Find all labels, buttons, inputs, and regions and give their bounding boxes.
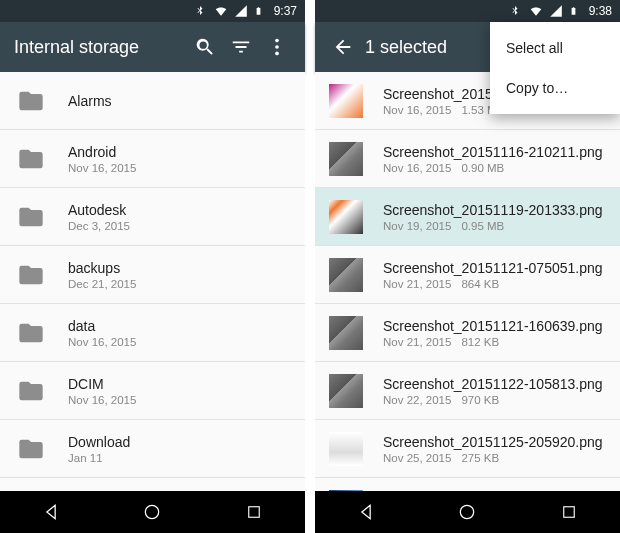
folder-row[interactable]: ExpensifyDec 23, 2015 — [0, 478, 305, 491]
file-row[interactable]: Screenshot_20151130-091810.pngNov 30, 20… — [315, 478, 620, 491]
svg-point-3 — [146, 505, 159, 518]
file-row[interactable]: Screenshot_20151121-160639.pngNov 21, 20… — [315, 304, 620, 362]
file-name: Screenshot_20151119-201333.png — [383, 202, 606, 218]
folder-icon — [14, 258, 48, 292]
file-thumbnail — [329, 258, 363, 292]
folder-row[interactable]: DCIMNov 16, 2015 — [0, 362, 305, 420]
file-thumbnail — [329, 84, 363, 118]
overflow-menu-button[interactable] — [259, 29, 295, 65]
svg-point-0 — [275, 39, 279, 43]
file-thumbnail — [329, 316, 363, 350]
file-thumbnail — [329, 142, 363, 176]
svg-point-2 — [275, 52, 279, 56]
folder-date: Nov 16, 2015 — [68, 336, 291, 348]
folder-name: Android — [68, 144, 291, 160]
bluetooth-icon — [509, 4, 523, 18]
folder-icon — [14, 374, 48, 408]
bluetooth-icon — [194, 4, 208, 18]
folder-icon — [14, 84, 48, 118]
folder-list: AlarmsAndroidNov 16, 2015AutodeskDec 3, … — [0, 72, 305, 491]
status-bar: 9:38 — [315, 0, 620, 22]
folder-name: DCIM — [68, 376, 291, 392]
wifi-icon — [214, 4, 228, 18]
wifi-icon — [529, 4, 543, 18]
search-button[interactable] — [187, 29, 223, 65]
nav-back-button[interactable] — [41, 502, 61, 522]
file-meta: Nov 21, 2015812 KB — [383, 336, 606, 348]
folder-date: Jan 11 — [68, 452, 291, 464]
svg-rect-6 — [564, 507, 575, 518]
navigation-bar — [0, 491, 305, 533]
folder-row[interactable]: AndroidNov 16, 2015 — [0, 130, 305, 188]
folder-icon — [14, 316, 48, 350]
svg-rect-4 — [249, 507, 260, 518]
file-meta: Nov 16, 20150.90 MB — [383, 162, 606, 174]
back-arrow-button[interactable] — [325, 29, 361, 65]
signal-icon — [234, 4, 248, 18]
status-time: 9:38 — [589, 4, 612, 18]
folder-row[interactable]: Alarms — [0, 72, 305, 130]
file-name: Screenshot_20151122-105813.png — [383, 376, 606, 392]
nav-back-button[interactable] — [356, 502, 376, 522]
file-row[interactable]: Screenshot_20151116-210211.pngNov 16, 20… — [315, 130, 620, 188]
nav-home-button[interactable] — [142, 502, 162, 522]
folder-icon — [14, 142, 48, 176]
folder-name: Autodesk — [68, 202, 291, 218]
phone-left: 9:37 Internal storage AlarmsAndroidNov 1… — [0, 0, 305, 533]
file-name: Screenshot_20151116-210211.png — [383, 144, 606, 160]
file-thumbnail — [329, 432, 363, 466]
nav-recent-button[interactable] — [559, 502, 579, 522]
folder-date: Nov 16, 2015 — [68, 162, 291, 174]
svg-point-1 — [275, 45, 279, 49]
signal-icon — [549, 4, 563, 18]
folder-name: backups — [68, 260, 291, 276]
battery-icon — [254, 4, 268, 18]
folder-icon — [14, 432, 48, 466]
nav-recent-button[interactable] — [244, 502, 264, 522]
app-bar: Internal storage — [0, 22, 305, 72]
file-row[interactable]: Screenshot_20151121-075051.pngNov 21, 20… — [315, 246, 620, 304]
file-meta: Nov 22, 2015970 KB — [383, 394, 606, 406]
file-row[interactable]: Screenshot_20151119-201333.pngNov 19, 20… — [315, 188, 620, 246]
folder-name: Alarms — [68, 93, 291, 109]
file-row[interactable]: Screenshot_20151122-105813.pngNov 22, 20… — [315, 362, 620, 420]
page-title: Internal storage — [10, 37, 187, 58]
file-name: Screenshot_20151121-075051.png — [383, 260, 606, 276]
file-thumbnail — [329, 374, 363, 408]
file-meta: Nov 25, 2015275 KB — [383, 452, 606, 464]
menu-item-select-all[interactable]: Select all — [490, 28, 620, 68]
folder-row[interactable]: backupsDec 21, 2015 — [0, 246, 305, 304]
folder-row[interactable]: DownloadJan 11 — [0, 420, 305, 478]
folder-row[interactable]: AutodeskDec 3, 2015 — [0, 188, 305, 246]
status-bar: 9:37 — [0, 0, 305, 22]
svg-point-5 — [461, 505, 474, 518]
overflow-menu-popup: Select all Copy to… — [490, 22, 620, 114]
file-name: Screenshot_20151121-160639.png — [383, 318, 606, 334]
folder-row[interactable]: dataNov 16, 2015 — [0, 304, 305, 362]
phone-right: 9:38 1 selected Select all Copy to… Scre… — [315, 0, 620, 533]
battery-icon — [569, 4, 583, 18]
file-list: Screenshot_2015…Nov 16, 20151.53 MBScree… — [315, 72, 620, 491]
folder-name: data — [68, 318, 291, 334]
file-row[interactable]: Screenshot_20151125-205920.pngNov 25, 20… — [315, 420, 620, 478]
menu-item-copy-to[interactable]: Copy to… — [490, 68, 620, 108]
file-meta: Nov 19, 20150.95 MB — [383, 220, 606, 232]
sort-button[interactable] — [223, 29, 259, 65]
nav-home-button[interactable] — [457, 502, 477, 522]
status-time: 9:37 — [274, 4, 297, 18]
file-meta: Nov 21, 2015864 KB — [383, 278, 606, 290]
folder-date: Dec 3, 2015 — [68, 220, 291, 232]
folder-date: Dec 21, 2015 — [68, 278, 291, 290]
navigation-bar — [315, 491, 620, 533]
folder-icon — [14, 200, 48, 234]
file-name: Screenshot_20151125-205920.png — [383, 434, 606, 450]
file-thumbnail — [329, 200, 363, 234]
folder-date: Nov 16, 2015 — [68, 394, 291, 406]
folder-name: Download — [68, 434, 291, 450]
